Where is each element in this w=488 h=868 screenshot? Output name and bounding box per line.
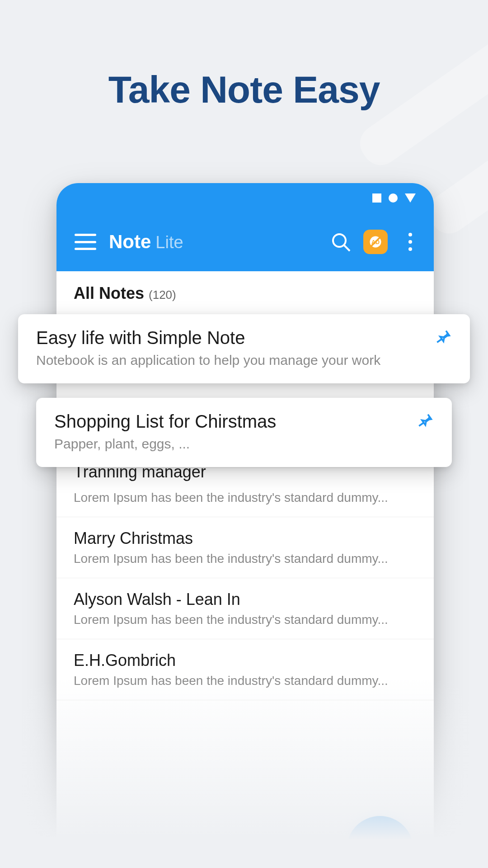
app-title: Note Lite	[109, 231, 318, 253]
status-triangle-icon	[405, 193, 416, 203]
note-item[interactable]: Marry Christmas Lorem Ipsum has been the…	[56, 517, 434, 578]
phone-mockup: Note Lite AD All Notes (120) Tranning ma…	[56, 183, 434, 868]
app-bar: Note Lite AD	[56, 212, 434, 271]
note-title: E.H.Gombrich	[74, 651, 417, 670]
svg-point-0	[333, 234, 346, 247]
app-title-main: Note	[109, 231, 151, 253]
note-card-preview: Notebook is an application to help you m…	[36, 353, 380, 368]
note-preview: Lorem Ipsum has been the industry's stan…	[74, 491, 417, 505]
pin-icon	[436, 328, 452, 344]
remove-ads-button[interactable]: AD	[363, 230, 388, 254]
note-card-title: Easy life with Simple Note	[36, 328, 380, 348]
status-square-icon	[372, 193, 381, 203]
section-count: (120)	[149, 288, 176, 302]
note-preview: Lorem Ipsum has been the industry's stan…	[74, 552, 417, 566]
note-card-preview: Papper, plant, eggs, ...	[54, 436, 276, 452]
section-title: All Notes	[74, 284, 144, 303]
note-card-title: Shopping List for Chirstmas	[54, 411, 276, 432]
search-icon	[331, 232, 351, 252]
status-circle-icon	[389, 193, 398, 203]
note-card-pinned[interactable]: Shopping List for Chirstmas Papper, plan…	[36, 398, 452, 467]
more-options-button[interactable]	[400, 232, 420, 252]
plus-icon	[367, 837, 393, 862]
svg-line-1	[344, 245, 350, 251]
note-preview: Lorem Ipsum has been the industry's stan…	[74, 674, 417, 688]
pin-icon	[418, 411, 434, 428]
add-note-button[interactable]	[347, 816, 413, 868]
ad-block-icon: AD	[369, 235, 382, 249]
page-headline: Take Note Easy	[0, 0, 488, 112]
menu-button[interactable]	[75, 234, 96, 250]
section-header: All Notes (120)	[56, 271, 434, 312]
status-bar	[56, 183, 434, 212]
note-title: Marry Christmas	[74, 529, 417, 548]
app-title-sub: Lite	[155, 233, 183, 252]
note-preview: Lorem Ipsum has been the industry's stan…	[74, 613, 417, 627]
note-card-pinned[interactable]: Easy life with Simple Note Notebook is a…	[18, 314, 470, 383]
note-item[interactable]: Alyson Walsh - Lean In Lorem Ipsum has b…	[56, 578, 434, 639]
search-button[interactable]	[331, 232, 351, 252]
note-item[interactable]: E.H.Gombrich Lorem Ipsum has been the in…	[56, 639, 434, 700]
note-item[interactable]: Tranning manager Lorem Ipsum has been th…	[56, 468, 434, 517]
note-title: Alyson Walsh - Lean In	[74, 590, 417, 609]
